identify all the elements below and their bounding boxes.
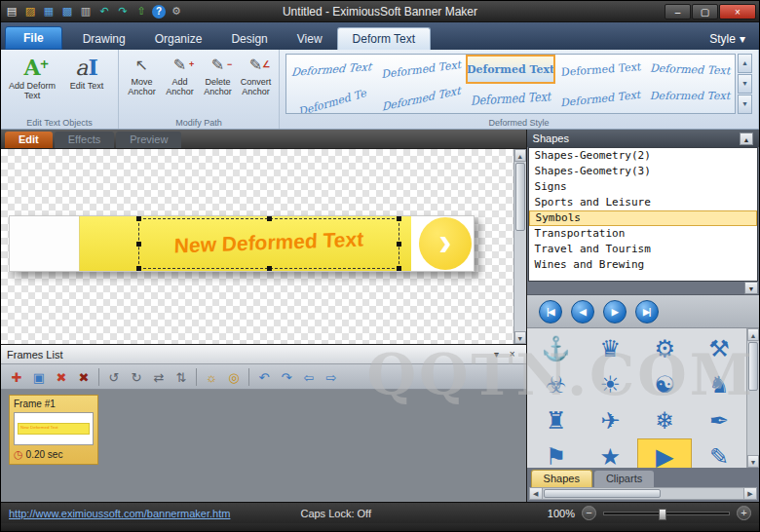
shapes-horizontal-scrollbar[interactable]: ◀ ▶ [529, 487, 757, 500]
delete-anchor-button[interactable]: ✎− Delete Anchor [199, 53, 237, 113]
options-icon[interactable]: ⚙ [169, 4, 184, 19]
deformed-style-item[interactable]: Deformed Text [466, 84, 555, 113]
shape-sun-icon[interactable]: ☀ [583, 366, 637, 402]
banner-object[interactable]: New Deformed Text › [9, 215, 475, 272]
flip-horizontal-button[interactable]: ⇄ [149, 367, 169, 387]
previous-page-button[interactable]: ◀ [571, 300, 594, 323]
maximize-button[interactable]: ▢ [692, 4, 718, 19]
flip-vertical-button[interactable]: ⇅ [171, 367, 191, 387]
zoom-in-button[interactable]: + [737, 506, 751, 520]
selection-anchor[interactable] [397, 266, 401, 271]
shape-arrow-icon-selected[interactable]: ▶ [637, 438, 692, 468]
minimize-button[interactable]: – [665, 4, 691, 19]
move-frame-left-button[interactable]: ⇦ [299, 367, 319, 387]
tab-drawing[interactable]: Drawing [68, 28, 140, 50]
add-anchor-button[interactable]: ✎+ Add Anchor [161, 53, 199, 113]
shape-crown-icon[interactable]: ♛ [583, 330, 637, 366]
print-icon[interactable]: ▥ [78, 4, 94, 19]
scrollbar-thumb[interactable] [544, 489, 661, 498]
category-item-selected[interactable]: Symbols [529, 210, 757, 226]
move-anchor-button[interactable]: ↖ Move Anchor [123, 53, 161, 113]
save-icon[interactable]: ▦ [41, 4, 57, 19]
shape-pencil-icon[interactable]: ✎ [692, 438, 746, 468]
frame-item-selected[interactable]: Frame #1 New Deformed Text ◷ 0.20 sec [9, 395, 98, 465]
website-link[interactable]: http://www.eximioussoft.com/bannermaker.… [9, 508, 230, 519]
scrollbar-thumb[interactable] [748, 342, 758, 391]
convert-anchor-button[interactable]: ✎∠ Convert Anchor [237, 53, 275, 113]
delete-frame-button[interactable]: ✖ [52, 367, 71, 387]
selection-anchor[interactable] [267, 266, 272, 271]
new-document-icon[interactable]: ▤ [4, 4, 19, 19]
design-canvas[interactable]: New Deformed Text › ▲ ▼ [1, 149, 526, 344]
first-page-button[interactable]: |◀ [539, 300, 562, 323]
selection-anchor[interactable] [397, 216, 401, 221]
scroll-down-icon[interactable]: ▼ [747, 455, 759, 468]
deformed-style-item-selected[interactable]: Deformed Text [466, 55, 555, 84]
tab-shapes[interactable]: Shapes [531, 470, 592, 487]
rotate-right-button[interactable]: ↻ [127, 367, 146, 387]
gallery-more-icon[interactable]: ▼ [738, 95, 752, 114]
deformed-style-item[interactable]: Deformed Text [376, 84, 466, 113]
undo-frame-button[interactable]: ↶ [254, 367, 274, 387]
selection-anchor[interactable] [267, 216, 272, 221]
deformed-style-item[interactable]: Deformed Te [286, 84, 376, 113]
selection-anchor[interactable] [136, 266, 141, 271]
edit-text-button[interactable]: aI Edit Text [59, 53, 114, 113]
deformed-style-item[interactable]: Deformed Text [645, 55, 735, 84]
scroll-right-icon[interactable]: ▶ [743, 488, 756, 499]
frame-effects-button[interactable]: ☼ [202, 367, 221, 387]
zoom-out-button[interactable]: − [582, 506, 596, 520]
shape-snowflake-icon[interactable]: ❄ [637, 402, 692, 438]
tab-cliparts[interactable]: Cliparts [594, 471, 654, 487]
zoom-slider[interactable] [603, 512, 730, 515]
scroll-up-icon[interactable]: ▲ [747, 328, 759, 341]
scroll-up-icon[interactable]: ▲ [514, 149, 526, 162]
frame-thumbnail[interactable]: New Deformed Text [14, 412, 94, 445]
move-frame-right-button[interactable]: ⇨ [322, 367, 341, 387]
deformed-text-object[interactable]: New Deformed Text [139, 226, 399, 258]
last-page-button[interactable]: ▶| [635, 300, 659, 323]
shape-rook-icon[interactable]: ♜ [529, 402, 584, 438]
tab-preview[interactable]: Preview [116, 132, 181, 148]
shape-pen-icon[interactable]: ✒ [692, 402, 746, 438]
panel-close-icon[interactable]: × [505, 349, 520, 360]
selection-anchor[interactable] [136, 216, 141, 221]
gallery-scroll-down-icon[interactable]: ▼ [738, 74, 752, 94]
tab-organize[interactable]: Organize [140, 28, 217, 50]
publish-icon[interactable]: ⇧ [133, 4, 149, 19]
redo-icon[interactable]: ↷ [115, 4, 131, 19]
scroll-left-icon[interactable]: ◀ [530, 488, 543, 499]
tab-design[interactable]: Design [216, 28, 282, 50]
save-all-icon[interactable]: ▩ [59, 4, 75, 19]
gallery-scroll-up-icon[interactable]: ▲ [738, 54, 752, 73]
deformed-style-item[interactable]: Deformed Text [645, 84, 735, 113]
deformed-style-item[interactable]: Deformed Text [555, 84, 645, 113]
frame-transition-button[interactable]: ◎ [224, 367, 244, 387]
category-item[interactable]: Travel and Tourism [529, 242, 757, 257]
panel-pin-icon[interactable]: ▾ [489, 349, 505, 360]
add-frame-button[interactable]: ✚ [7, 367, 26, 387]
shape-biohazard-icon[interactable]: ☣ [529, 366, 584, 402]
zoom-slider-thumb[interactable] [659, 509, 666, 520]
text-selection-box[interactable]: New Deformed Text [138, 218, 399, 269]
shape-knight-icon[interactable]: ♞ [692, 366, 746, 402]
shape-yinyang-icon[interactable]: ☯ [637, 366, 692, 402]
scrollbar-thumb[interactable] [515, 163, 525, 231]
shape-gear-icon[interactable]: ⚙ [637, 330, 692, 366]
open-file-icon[interactable]: ▨ [22, 4, 38, 19]
tab-edit[interactable]: Edit [5, 132, 53, 148]
deformed-style-item[interactable]: Deformed Text [555, 55, 645, 84]
tab-view[interactable]: View [283, 28, 337, 50]
undo-icon[interactable]: ↶ [96, 4, 112, 19]
category-item[interactable]: Sports and Leisure [529, 195, 757, 210]
shape-star-icon[interactable]: ★ [583, 438, 637, 468]
deformed-style-item[interactable]: Deformed Text [376, 55, 466, 84]
duplicate-frame-button[interactable]: ▣ [29, 367, 49, 387]
category-item[interactable]: Shapes-Geometry(3) [529, 164, 757, 179]
close-button[interactable]: × [719, 4, 756, 19]
category-scroll-down-icon[interactable]: ▼ [744, 282, 758, 294]
category-item[interactable]: Shapes-Geometry(2) [529, 148, 757, 164]
shape-anchor-icon[interactable]: ⚓ [529, 330, 584, 366]
shape-grid-scrollbar[interactable]: ▲ ▼ [746, 328, 759, 468]
category-item[interactable]: Transportation [529, 226, 757, 242]
